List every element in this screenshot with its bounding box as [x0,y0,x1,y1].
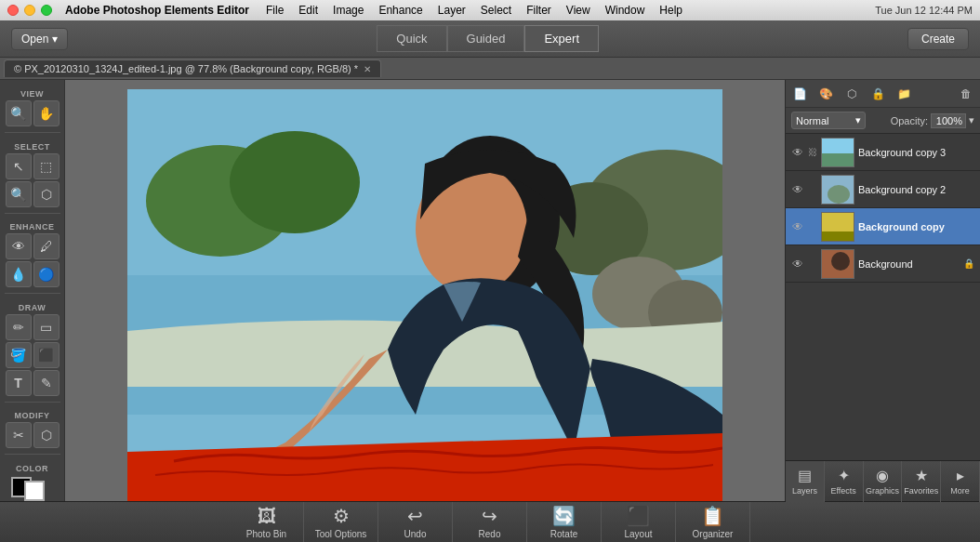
layer-name-bg: Background [858,258,960,270]
mode-tabs: Quick Guided Expert [377,25,599,52]
tab-quick[interactable]: Quick [377,25,446,52]
layer-item-bg2[interactable]: 👁 Background copy 2 [786,171,980,208]
create-button[interactable]: Create [907,28,969,50]
group-icon[interactable]: 📁 [894,84,914,104]
maximize-btn[interactable] [41,5,52,16]
redo-button[interactable]: ↪ Redo [453,502,527,543]
sponge-tool[interactable]: 💧 [6,261,32,287]
menu-window[interactable]: Window [600,2,651,19]
opacity-input[interactable] [931,113,966,128]
open-button[interactable]: Open ▾ [11,28,68,50]
layer-thumb-bg3 [821,138,854,167]
dodge-tool[interactable]: 🔵 [33,261,60,287]
file-tab[interactable]: © PX_20120310_1324J_edited-1.jpg @ 77.8%… [4,59,381,77]
menu-bar: Adobe Photoshop Elements Editor File Edi… [0,0,980,20]
layer-thumb-bg [821,249,854,279]
divider [5,454,60,455]
panel-tab-effects-label: Effects [831,486,856,496]
menu-view[interactable]: View [561,2,596,19]
open-label: Open [21,33,48,46]
window-controls [7,5,54,16]
layer-lock-icon: 🔒 [963,258,974,269]
opacity-chevron[interactable]: ▾ [969,114,974,126]
crop-tool[interactable]: ✂ [6,422,32,448]
panel-tab-graphics[interactable]: ◉ Graphics [864,461,903,502]
eraser-tool[interactable]: ▭ [33,314,60,340]
tab-guided[interactable]: Guided [447,25,525,52]
move-tool[interactable]: ↖ [6,153,32,179]
layers-controls: Normal ▾ Opacity: ▾ [786,108,980,134]
divider [5,402,60,403]
pencil-tool[interactable]: ✏ [6,314,32,340]
brush-tool[interactable]: 🖊 [33,233,60,259]
panel-tab-favorites-label: Favorites [904,486,938,496]
adjustment-icon[interactable]: 🎨 [815,84,836,104]
layer-thumb-bg2 [821,175,854,205]
background-color[interactable] [24,481,45,501]
zoom-tool[interactable]: 🔍 [6,100,32,126]
text-tool[interactable]: T [6,370,32,396]
close-btn[interactable] [7,5,19,16]
magic-select-tool[interactable]: ⬡ [33,181,60,207]
mask-icon[interactable]: ⬡ [841,84,862,104]
layout-icon: ⬛ [627,505,650,527]
left-toolbar: VIEW 🔍 ✋ SELECT ↖ ⬚ 🔍 ⬡ ENHANCE 👁 🖊 💧 🔵 … [0,80,65,501]
delete-layer-icon[interactable]: 🗑 [956,84,976,104]
eye-icon-bgcopy[interactable]: 👁 [791,220,804,233]
layer-item-bg3[interactable]: 👁 ⛓ Background copy 3 [786,134,980,171]
lasso-tool[interactable]: 🔍 [6,181,32,207]
panel-tab-layers[interactable]: ▤ Layers [786,461,825,502]
blend-mode-dropdown[interactable]: Normal ▾ [791,112,866,129]
menu-layer[interactable]: Layer [432,2,471,19]
menu-select[interactable]: Select [475,2,517,19]
canvas-area[interactable]: 77.8% Doc: 1.91M/7.63M [65,80,785,501]
tool-row: 🔍 ⬡ [6,181,60,207]
svg-rect-15 [822,231,854,242]
gradient-tool[interactable]: ⬛ [33,342,60,368]
tool-row: 🔍 ✋ [6,100,60,126]
eye-tool[interactable]: 👁 [6,233,32,259]
organizer-button[interactable]: 📋 Organizer [676,502,750,543]
menu-edit[interactable]: Edit [293,2,324,19]
marquee-tool[interactable]: ⬚ [33,153,60,179]
tool-row: ↖ ⬚ [6,153,60,179]
divider [5,293,60,294]
recompose-tool[interactable]: ⬡ [33,422,60,448]
layout-button[interactable]: ⬛ Layout [602,502,676,543]
tab-expert[interactable]: Expert [524,25,599,52]
panel-tab-graphics-label: Graphics [866,486,899,496]
section-enhance-label: ENHANCE [9,222,54,231]
photo-bin-icon: 🖼 [258,506,276,527]
eye-icon-bg2[interactable]: 👁 [791,183,804,196]
panel-tab-favorites[interactable]: ★ Favorites [902,461,941,502]
layer-item-bgcopy[interactable]: 👁 Background copy [786,208,980,245]
divider [5,132,60,133]
menu-filter[interactable]: Filter [521,2,557,19]
menu-enhance[interactable]: Enhance [373,2,428,19]
svg-rect-11 [822,153,854,167]
panel-tab-more[interactable]: ▸ More [941,461,980,502]
new-layer-icon[interactable]: 📄 [789,84,810,104]
paint-bucket-tool[interactable]: 🪣 [6,342,32,368]
menu-help[interactable]: Help [654,2,688,19]
bottom-toolbar: 🖼 Photo Bin ⚙ Tool Options ↩ Undo ↪ Redo… [0,501,980,542]
main-area: VIEW 🔍 ✋ SELECT ↖ ⬚ 🔍 ⬡ ENHANCE 👁 🖊 💧 🔵 … [0,80,980,501]
undo-button[interactable]: ↩ Undo [378,502,453,543]
panel-tab-effects[interactable]: ✦ Effects [825,461,864,502]
tool-options-button[interactable]: ⚙ Tool Options [304,502,378,543]
layer-item-bg[interactable]: 👁 Background 🔒 [786,245,980,283]
photo-bin-button[interactable]: 🖼 Photo Bin [230,502,304,543]
tool-options-label: Tool Options [315,529,367,539]
rotate-button[interactable]: 🔄 Rotate [527,502,602,543]
minimize-btn[interactable] [24,5,35,16]
eye-icon-bg[interactable]: 👁 [791,258,804,271]
custom-shape-tool[interactable]: ✎ [33,370,60,396]
eye-icon-bg3[interactable]: 👁 [791,146,804,159]
redo-icon: ↪ [482,505,497,527]
menu-file[interactable]: File [260,2,289,19]
lock-icon[interactable]: 🔒 [867,84,888,104]
tool-row: ✂ ⬡ [6,422,60,448]
menu-image[interactable]: Image [327,2,369,19]
file-tab-close-icon[interactable]: ✕ [364,64,371,74]
hand-tool[interactable]: ✋ [33,100,60,126]
